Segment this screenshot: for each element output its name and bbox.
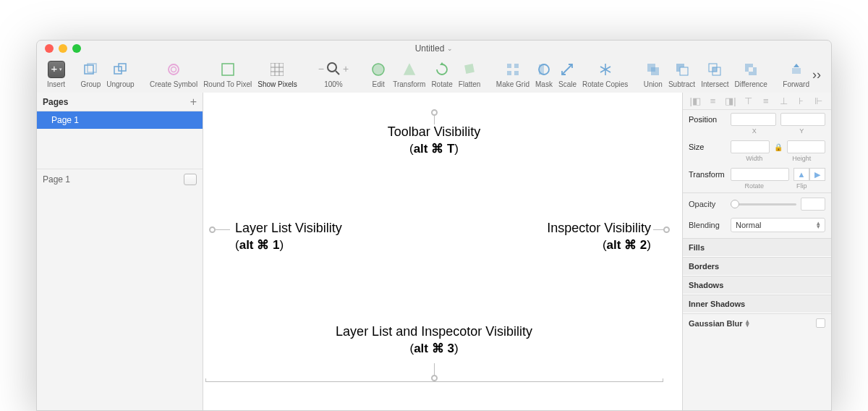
shadows-section[interactable]: Shadows xyxy=(683,276,831,295)
intersect-icon xyxy=(706,61,723,78)
svg-point-5 xyxy=(171,67,176,72)
zoom-out-button[interactable]: − xyxy=(318,63,324,75)
alignment-row: |◧ ≡ ◨| ⊤ ≡ ⊥ ⊦ ⊩ xyxy=(683,93,831,110)
position-x-field[interactable] xyxy=(731,113,776,126)
fills-section[interactable]: Fills xyxy=(683,238,831,257)
svg-rect-29 xyxy=(651,67,659,75)
svg-line-23 xyxy=(605,67,610,69)
document-title-dropdown[interactable]: Untitled ⌄ xyxy=(415,43,454,54)
svg-rect-19 xyxy=(514,71,519,75)
flatten-icon xyxy=(461,61,478,78)
distribute-v-icon[interactable]: ⊩ xyxy=(811,96,827,106)
inspector-panel: |◧ ≡ ◨| ⊤ ≡ ⊥ ⊦ ⊩ Position XY Size xyxy=(683,93,831,410)
width-field[interactable] xyxy=(731,140,770,153)
align-right-icon[interactable]: ◨| xyxy=(723,96,739,106)
align-bottom-icon[interactable]: ⊥ xyxy=(775,96,791,106)
insert-button[interactable]: + ▾ Insert xyxy=(44,61,68,88)
opacity-field[interactable] xyxy=(801,198,825,211)
document-title: Untitled xyxy=(415,43,445,54)
subtract-button[interactable]: Subtract xyxy=(665,61,698,88)
align-top-icon[interactable]: ⊤ xyxy=(740,96,756,106)
toolbar-overflow-button[interactable]: ›› xyxy=(812,67,824,82)
close-window-button[interactable] xyxy=(45,44,54,53)
align-center-h-icon[interactable]: ≡ xyxy=(705,96,720,106)
select-arrows-icon: ▴▾ xyxy=(746,320,749,327)
svg-rect-30 xyxy=(680,67,688,75)
annotation-layerlist: Layer List Visibility (alt ⌘ 1) xyxy=(235,221,394,253)
align-left-icon[interactable]: |◧ xyxy=(687,96,703,106)
align-center-v-icon[interactable]: ≡ xyxy=(758,96,774,106)
borders-section[interactable]: Borders xyxy=(683,257,831,276)
subtract-icon xyxy=(673,61,691,78)
height-field[interactable] xyxy=(787,140,826,153)
opacity-label: Opacity xyxy=(689,200,726,208)
toolbar: + ▾ Insert Group Ungroup Create Symbol xyxy=(37,56,831,93)
svg-rect-21 xyxy=(539,64,544,75)
gaussian-checkbox[interactable] xyxy=(816,318,825,328)
pages-label: Pages xyxy=(43,97,68,107)
svg-rect-7 xyxy=(271,63,284,76)
svg-rect-36 xyxy=(749,67,753,72)
transform-label: Transform xyxy=(689,170,726,179)
annotation-inspector: Inspector Visibility (alt ⌘ 2) xyxy=(492,221,651,253)
blending-label: Blending xyxy=(689,221,726,229)
rotate-icon xyxy=(433,61,451,78)
symbol-icon xyxy=(165,61,182,78)
inner-shadows-section[interactable]: Inner Shadows xyxy=(683,295,831,313)
rotate-field[interactable] xyxy=(731,168,789,181)
grid-icon xyxy=(268,61,286,78)
union-button[interactable]: Union xyxy=(641,61,665,88)
flatten-button[interactable]: Flatten xyxy=(456,61,484,88)
distribute-h-icon[interactable]: ⊦ xyxy=(793,96,809,106)
insert-icon: + ▾ xyxy=(48,61,65,78)
make-grid-button[interactable]: Make Grid xyxy=(493,61,532,88)
select-arrows-icon: ▴▾ xyxy=(817,221,820,229)
transform-button[interactable]: Transform xyxy=(390,61,428,88)
position-y-field[interactable] xyxy=(780,113,826,126)
svg-rect-6 xyxy=(222,64,234,75)
create-symbol-button[interactable]: Create Symbol xyxy=(147,61,200,88)
rotate-button[interactable]: Rotate xyxy=(428,61,455,88)
svg-rect-37 xyxy=(792,68,801,74)
forward-button[interactable]: Forward xyxy=(780,61,812,88)
annotation-toolbar: Toolbar Visibility (alt ⌘ T) xyxy=(340,124,528,156)
opacity-slider[interactable] xyxy=(731,203,796,206)
makegrid-icon xyxy=(504,61,522,78)
fullscreen-window-button[interactable] xyxy=(72,44,81,53)
ungroup-button[interactable]: Ungroup xyxy=(103,61,137,88)
group-button[interactable]: Group xyxy=(77,61,103,88)
svg-line-26 xyxy=(600,69,605,72)
blending-select[interactable]: Normal ▴▾ xyxy=(731,218,825,232)
svg-rect-16 xyxy=(507,64,511,68)
layer-collapse-button[interactable] xyxy=(184,174,197,185)
scale-button[interactable]: Scale xyxy=(556,61,579,88)
size-label: Size xyxy=(689,143,726,151)
svg-rect-17 xyxy=(514,64,519,68)
gaussian-blur-section[interactable]: Gaussian Blur ▴▾ xyxy=(683,313,831,332)
titlebar: Untitled ⌄ xyxy=(37,41,831,56)
difference-icon xyxy=(742,61,760,78)
scale-icon xyxy=(558,61,576,78)
zoom-in-button[interactable]: + xyxy=(343,63,349,75)
round-to-pixel-button[interactable]: Round To Pixel xyxy=(200,61,255,88)
group-icon xyxy=(82,61,99,78)
minimize-window-button[interactable] xyxy=(59,44,67,53)
add-page-button[interactable]: + xyxy=(190,96,197,109)
intersect-button[interactable]: Intersect xyxy=(698,61,731,88)
show-pixels-button[interactable]: Show Pixels xyxy=(255,61,299,88)
rotate-copies-button[interactable]: Rotate Copies xyxy=(579,61,631,88)
mask-button[interactable]: Mask xyxy=(532,61,556,88)
edit-button[interactable]: Edit xyxy=(367,61,390,88)
zoom-control[interactable]: − + 100% xyxy=(315,62,352,88)
layer-list-header[interactable]: Page 1 xyxy=(37,169,203,189)
svg-rect-2 xyxy=(114,67,122,74)
page-item-selected[interactable]: Page 1 xyxy=(37,111,203,129)
flip-vertical-button[interactable]: ▶ xyxy=(809,168,825,181)
svg-line-27 xyxy=(600,67,605,69)
union-icon xyxy=(644,61,662,78)
difference-button[interactable]: Difference xyxy=(732,61,770,88)
lock-aspect-icon[interactable]: 🔒 xyxy=(774,143,783,151)
rotate-copies-icon xyxy=(597,61,614,78)
layer-list-panel: Pages + Page 1 Page 1 xyxy=(37,93,203,410)
flip-horizontal-button[interactable]: ▲ xyxy=(793,168,809,181)
